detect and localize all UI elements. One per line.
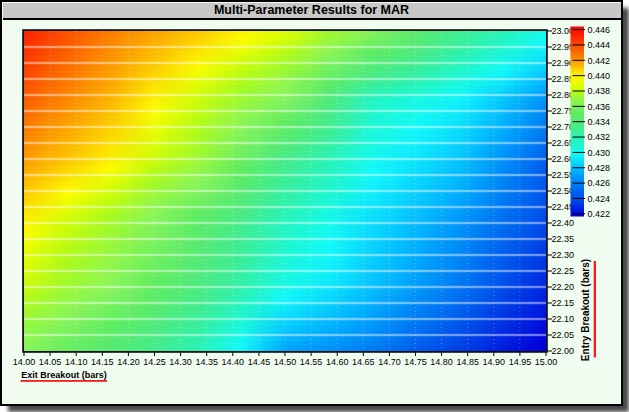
svg-text:14.65: 14.65 <box>352 357 375 367</box>
svg-text:0.432: 0.432 <box>588 132 611 142</box>
svg-text:14.45: 14.45 <box>248 357 271 367</box>
svg-text:14.15: 14.15 <box>91 357 114 367</box>
svg-text:14.00: 14.00 <box>13 357 36 367</box>
svg-text:15.00: 15.00 <box>535 357 558 367</box>
svg-text:22.00: 22.00 <box>552 346 575 356</box>
svg-text:0.430: 0.430 <box>588 148 611 158</box>
svg-text:0.446: 0.446 <box>588 25 611 35</box>
svg-text:22.15: 22.15 <box>552 298 575 308</box>
svg-text:14.10: 14.10 <box>65 357 88 367</box>
svg-text:14.90: 14.90 <box>483 357 506 367</box>
svg-text:0.436: 0.436 <box>588 102 611 112</box>
svg-text:22.35: 22.35 <box>552 234 575 244</box>
svg-text:14.05: 14.05 <box>39 357 62 367</box>
svg-text:14.75: 14.75 <box>404 357 427 367</box>
svg-text:Exit Breakout (bars): Exit Breakout (bars) <box>21 370 107 380</box>
svg-text:14.50: 14.50 <box>274 357 297 367</box>
svg-text:0.428: 0.428 <box>588 163 611 173</box>
svg-text:22.20: 22.20 <box>552 282 575 292</box>
svg-text:22.30: 22.30 <box>552 250 575 260</box>
svg-text:14.25: 14.25 <box>143 357 166 367</box>
svg-text:0.444: 0.444 <box>588 40 611 50</box>
svg-text:14.35: 14.35 <box>195 357 218 367</box>
svg-text:22.10: 22.10 <box>552 314 575 324</box>
svg-text:14.55: 14.55 <box>300 357 323 367</box>
svg-text:14.80: 14.80 <box>430 357 453 367</box>
svg-text:0.440: 0.440 <box>588 71 611 81</box>
svg-text:0.426: 0.426 <box>588 178 611 188</box>
svg-text:14.60: 14.60 <box>326 357 349 367</box>
svg-text:14.85: 14.85 <box>456 357 479 367</box>
svg-text:14.40: 14.40 <box>222 357 245 367</box>
svg-text:14.30: 14.30 <box>169 357 192 367</box>
svg-text:22.40: 22.40 <box>552 218 575 228</box>
svg-text:0.438: 0.438 <box>588 86 611 96</box>
svg-text:0.422: 0.422 <box>588 209 611 219</box>
svg-text:0.424: 0.424 <box>588 194 611 204</box>
svg-text:Entry Breakout (bars): Entry Breakout (bars) <box>580 259 591 361</box>
svg-text:14.70: 14.70 <box>378 357 401 367</box>
svg-text:22.05: 22.05 <box>552 330 575 340</box>
svg-text:0.442: 0.442 <box>588 56 611 66</box>
svg-text:22.25: 22.25 <box>552 266 575 276</box>
svg-text:14.20: 14.20 <box>117 357 140 367</box>
svg-text:14.95: 14.95 <box>509 357 532 367</box>
svg-text:0.434: 0.434 <box>588 117 611 127</box>
